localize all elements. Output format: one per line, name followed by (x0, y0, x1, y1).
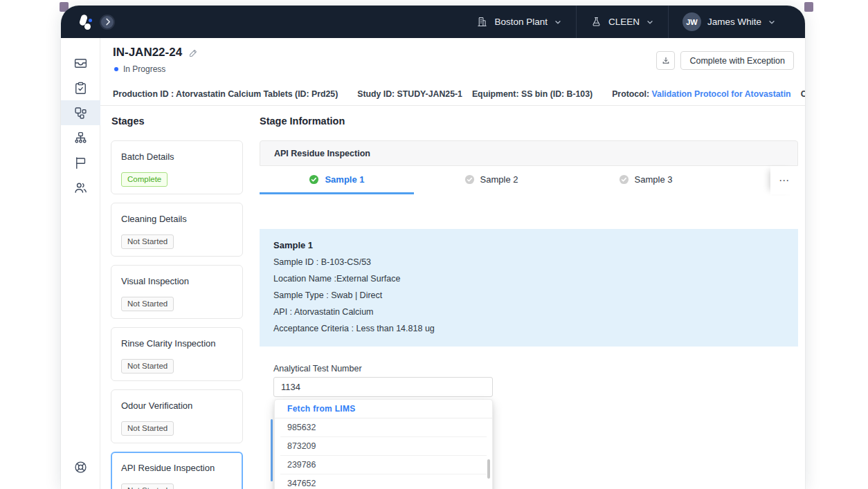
stage-card-title: Rinse Clarity Inspection (121, 338, 233, 349)
workflow-icon (73, 106, 88, 120)
avatar: JW (682, 12, 701, 31)
panel-title: API Residue Inspection (260, 140, 798, 166)
tab-overflow-button[interactable]: ⋯ (770, 166, 798, 194)
record-info-bar: Production ID : Atorvastatin Calcium Tab… (100, 83, 805, 106)
stage-information-panel: API Residue Inspection Sample 1 Sample 2 (260, 140, 798, 194)
nav-workflows[interactable] (61, 100, 100, 125)
nav-help[interactable] (61, 454, 100, 479)
clipboard-check-icon (73, 81, 88, 95)
sample-tab-bar: Sample 1 Sample 2 Sample 3 ⋯ (260, 166, 798, 194)
download-button[interactable] (656, 51, 675, 70)
tab-sample-2[interactable]: Sample 2 (414, 166, 568, 194)
status-dot-icon (114, 67, 118, 71)
analytical-test-number-input[interactable] (273, 377, 493, 397)
complete-with-exception-button[interactable]: Complete with Exception (680, 51, 794, 70)
background-decor-right (804, 2, 813, 12)
module-selector[interactable]: CLEEN (577, 6, 668, 38)
stage-information-heading: Stage Information (260, 116, 345, 127)
dropdown-option[interactable]: 873209 (280, 437, 487, 456)
dropdown-option[interactable]: 985632 (280, 418, 487, 437)
stage-card-title: Batch Details (121, 151, 233, 162)
plant-selector[interactable]: Boston Plant (462, 6, 576, 38)
stage-status-badge: Not Started (121, 359, 174, 373)
tab-label: Sample 2 (480, 174, 518, 185)
inbox-icon (73, 56, 88, 71)
stage-card-list: Batch Details Complete Cleaning Details … (111, 140, 243, 489)
tab-sample-3[interactable]: Sample 3 (568, 166, 723, 194)
acceptance-criteria-text: Acceptance Criteria : Less than 14.818 u… (273, 320, 784, 337)
stage-status-badge: Not Started (121, 483, 174, 489)
module-label: CLEEN (608, 17, 640, 27)
chevron-right-icon (104, 18, 111, 26)
ellipsis-icon: ⋯ (779, 174, 790, 187)
focused-field-edge (271, 419, 273, 481)
page-header: IN-JAN22-24 In Progress Complete with Ex… (100, 38, 805, 83)
protocol-label: Protocol: (612, 89, 649, 99)
user-name: James White (707, 17, 761, 27)
stage-status-badge: Not Started (121, 297, 174, 311)
nav-tasks[interactable] (61, 75, 100, 100)
protocol-link[interactable]: Validation Protocol for Atovastatin (652, 89, 791, 99)
production-id-text: Production ID : Atorvastatin Calcium Tab… (113, 89, 338, 99)
analytical-test-number-label: Analytical Test Number (273, 364, 362, 373)
dropdown-option[interactable]: 239786 (280, 456, 487, 474)
dropdown-option[interactable]: 347652 (280, 474, 487, 489)
location-name-text: Location Name :External Surface (273, 270, 784, 287)
hierarchy-icon (73, 131, 88, 145)
download-icon (661, 56, 671, 66)
equipment-text: Equipment: SS bin (ID: B-103) (472, 89, 593, 99)
check-circle-icon (464, 174, 475, 185)
tab-sample-1[interactable]: Sample 1 (260, 166, 414, 194)
main-content: Stages Batch Details Complete Cleaning D… (100, 106, 805, 489)
header-right-cluster: Boston Plant CLEEN JW (462, 6, 805, 38)
stage-card-title: Odour Verification (121, 400, 233, 411)
sidebar-collapse-button[interactable] (100, 15, 115, 30)
stage-card-title: Cleaning Details (121, 214, 233, 224)
edit-pencil-icon[interactable] (188, 48, 199, 58)
stage-card-visual-inspection[interactable]: Visual Inspection Not Started (111, 265, 243, 319)
page-actions: Complete with Exception (656, 51, 794, 70)
stage-card-title: API Residue Inspection (121, 463, 233, 473)
status-badge: In Progress (123, 64, 165, 74)
stage-card-title: Visual Inspection (121, 276, 233, 286)
dropdown-scrollbar[interactable] (487, 459, 490, 479)
nav-hierarchy[interactable] (61, 125, 100, 150)
plant-label: Boston Plant (494, 17, 548, 27)
sample-type-text: Sample Type : Swab | Direct (273, 287, 784, 304)
sample-title: Sample 1 (273, 240, 784, 250)
test-number-dropdown: Fetch from LIMS 985632 873209 239786 347… (274, 399, 493, 489)
app-logo-icon (76, 13, 94, 31)
flag-icon (73, 156, 88, 170)
check-circle-icon (309, 174, 319, 185)
stages-heading: Stages (111, 116, 145, 127)
sample-details-box: Sample 1 Sample ID : B-103-CS/53 Locatio… (260, 229, 798, 347)
protocol-text: Protocol: Validation Protocol for Atovas… (612, 89, 791, 99)
stage-card-cleaning-details[interactable]: Cleaning Details Not Started (111, 203, 243, 257)
stage-card-rinse-clarity[interactable]: Rinse Clarity Inspection Not Started (111, 327, 243, 381)
nav-inbox[interactable] (61, 50, 100, 75)
chevron-down-icon (646, 18, 654, 26)
stage-card-api-residue-inspection[interactable]: API Residue Inspection Not Started (111, 452, 243, 489)
tab-label: Sample 3 (635, 174, 673, 185)
record-id: IN-JAN22-24 (113, 46, 182, 59)
nav-users[interactable] (61, 175, 100, 200)
nav-flags[interactable] (61, 150, 100, 175)
stage-card-odour-verification[interactable]: Odour Verification Not Started (111, 389, 243, 443)
api-text: API : Atorvastatin Calcium (273, 304, 784, 320)
left-nav-rail (61, 38, 100, 489)
fetch-from-lims-option[interactable]: Fetch from LIMS (275, 400, 492, 418)
life-buoy-icon (73, 460, 88, 474)
app-window: Boston Plant CLEEN JW (61, 6, 805, 489)
tab-label: Sample 1 (325, 174, 364, 185)
check-circle-icon (619, 174, 629, 185)
stage-status-badge: Not Started (121, 234, 174, 249)
study-id-text: Study ID: STUDY-JAN25-1 (357, 89, 462, 99)
chevron-down-icon (768, 18, 776, 26)
flask-icon (590, 16, 602, 28)
user-menu[interactable]: JW James White (669, 6, 790, 38)
created-on-text: Created on: 01/10/2025 11:41:39 (801, 89, 805, 99)
chevron-down-icon (554, 18, 562, 26)
building-icon (476, 16, 488, 28)
stage-card-batch-details[interactable]: Batch Details Complete (111, 140, 243, 194)
stage-status-badge: Not Started (121, 421, 174, 436)
